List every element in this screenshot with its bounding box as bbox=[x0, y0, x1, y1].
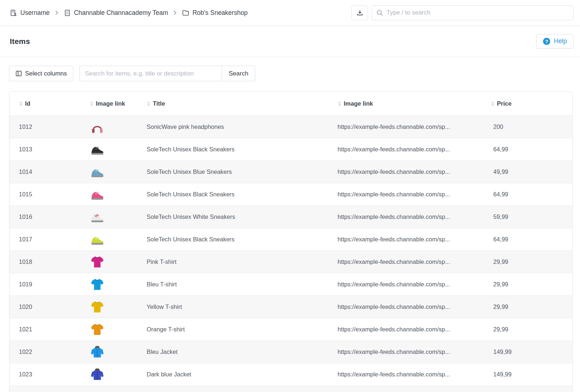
breadcrumb-item-team[interactable]: Channable Channacademy Team bbox=[64, 9, 168, 17]
download-icon bbox=[356, 9, 364, 17]
items-search-button[interactable]: Search bbox=[222, 66, 255, 81]
pink-sneaker-image bbox=[90, 187, 105, 202]
table-row[interactable]: 1015 SoleTech Unisex Black Sneakers http… bbox=[9, 183, 572, 205]
column-header-image-link-thumb[interactable]: Image link bbox=[90, 100, 147, 107]
question-mark-icon: ? bbox=[543, 37, 551, 45]
breadcrumb-label: Rob's Sneakershop bbox=[192, 9, 248, 17]
cell-image bbox=[90, 187, 147, 202]
cell-id: 1018 bbox=[19, 258, 90, 265]
table-row-partial bbox=[9, 385, 572, 392]
table-header-row: Id Image link Title Image link Price bbox=[9, 92, 572, 115]
table-row[interactable]: 1023 Dark blue Jacket https://example-fe… bbox=[9, 363, 572, 385]
cell-id: 1022 bbox=[19, 348, 90, 355]
download-button[interactable] bbox=[351, 5, 368, 20]
cell-title: Bleu T-shirt bbox=[147, 281, 338, 288]
cell-price: 49,99 bbox=[491, 168, 572, 175]
items-search-group: Search bbox=[79, 66, 255, 81]
company-icon bbox=[64, 9, 71, 17]
table-body: 1012 SonicWave pink headphones https://e… bbox=[9, 115, 572, 385]
columns-icon bbox=[16, 70, 22, 77]
orange-tshirt-image bbox=[90, 322, 105, 337]
white-red-sneaker-image bbox=[90, 209, 105, 225]
select-columns-label: Select columns bbox=[25, 70, 67, 77]
table-row[interactable]: 1019 Bleu T-shirt https://example-feeds.… bbox=[9, 273, 572, 295]
sort-icon bbox=[147, 101, 151, 106]
cell-image bbox=[90, 209, 147, 225]
cell-id: 1015 bbox=[19, 191, 90, 198]
page-title: Items bbox=[10, 37, 30, 46]
column-header-image-link-url[interactable]: Image link bbox=[338, 100, 491, 107]
breadcrumb-item-username[interactable]: Username bbox=[10, 9, 50, 17]
cell-image-link: https://example-feeds.channable.com/sp..… bbox=[338, 326, 491, 333]
column-header-id[interactable]: Id bbox=[19, 100, 90, 107]
breadcrumb-label: Channable Channacademy Team bbox=[74, 9, 168, 17]
help-button[interactable]: ? Help bbox=[536, 34, 573, 49]
sort-icon bbox=[90, 101, 94, 106]
blue-sneaker-image bbox=[90, 164, 105, 180]
table-row[interactable]: 1020 Yellow T-shirt https://example-feed… bbox=[9, 295, 572, 318]
table-row[interactable]: 1013 SoleTech Unisex Black Sneakers http… bbox=[9, 138, 572, 160]
cell-image-link: https://example-feeds.channable.com/sp..… bbox=[338, 303, 491, 310]
folder-icon bbox=[182, 9, 189, 17]
pink-headphones-image bbox=[90, 119, 105, 135]
cell-title: Yellow T-shirt bbox=[147, 303, 338, 310]
black-sneaker-image bbox=[90, 142, 105, 157]
cell-image-link: https://example-feeds.channable.com/sp..… bbox=[338, 258, 491, 265]
table-row[interactable]: 1018 Pink T-shirt https://example-feeds.… bbox=[9, 250, 572, 273]
cell-title: SoleTech Unisex Black Sneakers bbox=[147, 146, 338, 153]
yellow-green-sneaker-image bbox=[90, 232, 105, 247]
cell-image bbox=[90, 254, 147, 270]
svg-text:?: ? bbox=[545, 38, 548, 44]
blue-tshirt-image bbox=[90, 277, 105, 292]
items-table: Id Image link Title Image link Price 101… bbox=[9, 91, 573, 392]
column-header-price[interactable]: Price bbox=[491, 100, 572, 107]
cell-title: Dark blue Jacket bbox=[147, 371, 338, 378]
table-row[interactable]: 1016 SoleTech Unisex White Sneakers http… bbox=[9, 205, 572, 228]
page-header: Items ? Help bbox=[0, 26, 580, 57]
cell-price: 149,99 bbox=[491, 348, 572, 355]
table-row[interactable]: 1017 SoleTech Unisex Black Sneakers http… bbox=[9, 228, 572, 250]
cell-title: Bleu Jacket bbox=[147, 348, 338, 355]
table-row[interactable]: 1014 SoleTech Unisex Blue Sneakers https… bbox=[9, 160, 572, 183]
cell-title: Pink T-shirt bbox=[147, 258, 338, 265]
cell-image bbox=[90, 142, 147, 157]
column-header-title[interactable]: Title bbox=[147, 100, 338, 107]
sort-icon bbox=[491, 101, 495, 106]
search-icon bbox=[376, 9, 384, 17]
cell-image-link: https://example-feeds.channable.com/sp..… bbox=[338, 281, 491, 288]
select-columns-button[interactable]: Select columns bbox=[9, 66, 73, 81]
cell-image bbox=[90, 119, 147, 135]
cell-id: 1017 bbox=[19, 236, 90, 243]
chevron-right-icon bbox=[173, 10, 177, 15]
bright-blue-jacket-image bbox=[90, 344, 105, 360]
cell-image bbox=[90, 322, 147, 337]
cell-image bbox=[90, 299, 147, 315]
cell-id: 1012 bbox=[19, 123, 90, 130]
breadcrumb-item-project[interactable]: Rob's Sneakershop bbox=[182, 9, 248, 17]
cell-id: 1020 bbox=[19, 303, 90, 310]
breadcrumb-label: Username bbox=[20, 9, 50, 17]
cell-image bbox=[90, 232, 147, 247]
cell-image-link: https://example-feeds.channable.com/sp..… bbox=[338, 191, 491, 198]
table-row[interactable]: 1012 SonicWave pink headphones https://e… bbox=[9, 115, 572, 138]
top-navbar: Username Channable Channacademy Team Rob… bbox=[0, 0, 580, 26]
cell-title: SoleTech Unisex Black Sneakers bbox=[147, 236, 338, 243]
cell-id: 1016 bbox=[19, 213, 90, 220]
cell-id: 1019 bbox=[19, 281, 90, 288]
cell-price: 29,99 bbox=[491, 303, 572, 310]
help-button-label: Help bbox=[554, 37, 567, 45]
items-search-input[interactable] bbox=[79, 66, 222, 81]
cell-image-link: https://example-feeds.channable.com/sp..… bbox=[338, 123, 491, 130]
table-row[interactable]: 1022 Bleu Jacket https://example-feeds.c… bbox=[9, 340, 572, 363]
cell-price: 29,99 bbox=[491, 281, 572, 288]
cell-title: SoleTech Unisex Blue Sneakers bbox=[147, 168, 338, 175]
cell-image bbox=[90, 164, 147, 180]
table-row[interactable]: 1021 Orange T-shirt https://example-feed… bbox=[9, 318, 572, 340]
cell-price: 64,99 bbox=[491, 146, 572, 153]
cell-id: 1021 bbox=[19, 326, 90, 333]
sort-icon bbox=[338, 101, 342, 106]
dark-blue-jacket-image bbox=[90, 367, 105, 382]
cell-image-link: https://example-feeds.channable.com/sp..… bbox=[338, 168, 491, 175]
global-search-input[interactable] bbox=[372, 5, 573, 20]
organization-icon bbox=[10, 9, 17, 17]
